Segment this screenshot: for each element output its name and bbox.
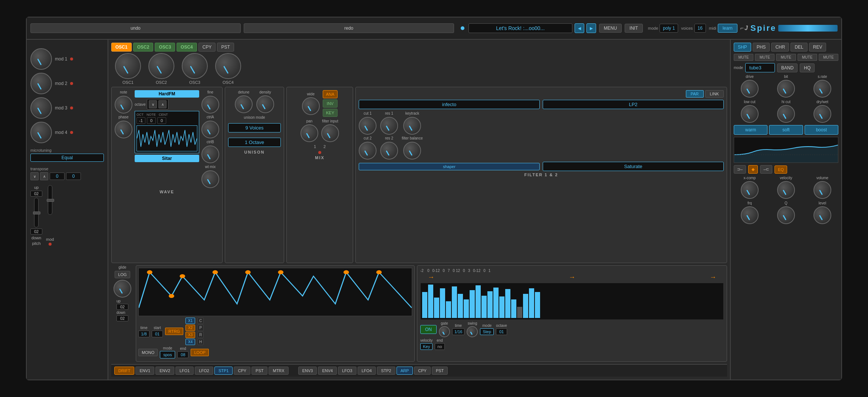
shp-tab[interactable]: SHP (734, 43, 751, 52)
volume-knob[interactable] (813, 181, 831, 199)
q-knob[interactable] (777, 206, 795, 224)
osc-copy-button[interactable]: CPY (198, 43, 216, 52)
spos-display[interactable]: spos (160, 351, 175, 358)
left-paste-tab[interactable]: PST (251, 367, 267, 375)
filter2-display[interactable]: LP2 (543, 100, 724, 109)
unison-octave-display[interactable]: 1 Octave (228, 138, 281, 147)
ana-button[interactable]: ANA (323, 90, 338, 98)
eq-high-btn[interactable]: –⊂ (760, 165, 772, 174)
note-knob[interactable] (115, 96, 132, 114)
chr-tab[interactable]: CHR (771, 43, 789, 52)
cut1-knob[interactable] (359, 117, 377, 135)
detune-knob[interactable] (235, 95, 253, 113)
r-button[interactable]: R (197, 332, 204, 338)
lfo3-tab[interactable]: LFO3 (338, 367, 356, 375)
shaper-button[interactable]: shaper (359, 163, 540, 170)
arp-on-button[interactable]: ON (420, 325, 437, 334)
arp-swing-knob[interactable] (467, 326, 478, 337)
velocity-knob[interactable] (777, 181, 795, 199)
warm-button[interactable]: warm (734, 125, 767, 135)
shp-mute-button[interactable]: MUTE (734, 54, 753, 61)
mono-button[interactable]: MONO (138, 349, 158, 356)
eq-low-btn[interactable]: ⊃– (734, 165, 746, 174)
rev-mute-button[interactable]: MUTE (819, 54, 838, 61)
rtrg-button[interactable]: RTRG (165, 328, 183, 335)
eq-mid-btn[interactable]: ◆ (748, 165, 758, 174)
hi-cut-knob[interactable] (777, 105, 795, 123)
right-paste-tab[interactable]: PST (432, 367, 448, 375)
glide-knob[interactable] (114, 280, 131, 298)
filter-input-knob[interactable] (321, 124, 339, 142)
osc1-main-knob[interactable] (115, 53, 141, 79)
cut2-knob[interactable] (359, 142, 377, 160)
microtuning-display[interactable]: Equal (30, 154, 104, 162)
transpose-down-button[interactable]: ∨ (30, 172, 39, 180)
osc2-tab[interactable]: OSC2 (133, 43, 154, 52)
octave-down-btn[interactable]: ∨ (149, 100, 157, 108)
mod2-knob[interactable] (30, 73, 52, 94)
del-mute-button[interactable]: MUTE (798, 54, 817, 61)
xcomp-knob[interactable] (741, 181, 759, 199)
res1-knob[interactable] (380, 117, 398, 135)
dry-wet-knob[interactable] (813, 105, 831, 123)
arp-gate-knob[interactable] (439, 326, 450, 337)
arp-key-display[interactable]: Key (420, 343, 433, 350)
drive-knob[interactable] (741, 80, 759, 98)
mod1-knob[interactable] (30, 48, 52, 70)
init-button[interactable]: INIT (625, 24, 643, 33)
phase-knob[interactable] (115, 121, 132, 138)
mtrx-tab[interactable]: MTRX (269, 367, 288, 375)
menu-button[interactable]: MENU (599, 24, 622, 33)
osc2-main-knob[interactable] (148, 53, 174, 79)
osc4-main-knob[interactable] (215, 53, 241, 79)
mod-slider[interactable] (48, 185, 52, 215)
lfo1-tab[interactable]: LFO1 (175, 367, 194, 375)
ctrlB-knob[interactable] (201, 145, 219, 163)
redo-button[interactable]: redo (244, 23, 454, 33)
pitch-slider[interactable] (34, 198, 39, 227)
osc-paste-button[interactable]: PST (217, 43, 234, 52)
lfo2-tab[interactable]: LFO2 (195, 367, 213, 375)
phs-tab[interactable]: PHS (753, 43, 770, 52)
prev-preset-button[interactable]: ◀ (575, 23, 584, 33)
next-preset-button[interactable]: ▶ (586, 23, 596, 33)
x3-button[interactable]: X3 (185, 332, 195, 338)
transpose-up-button[interactable]: ∧ (40, 172, 48, 180)
drift-tab[interactable]: DRIFT (114, 367, 134, 375)
density-knob[interactable] (256, 95, 274, 113)
loop-button[interactable]: LOOP (191, 349, 209, 356)
wide-knob[interactable] (302, 97, 320, 115)
log-button[interactable]: LOG (115, 271, 130, 278)
env1-tab[interactable]: ENV1 (135, 367, 154, 375)
h-button[interactable]: H (197, 339, 204, 345)
osc3-main-knob[interactable] (182, 53, 208, 79)
fine-knob[interactable] (201, 96, 219, 114)
par-button[interactable]: PAR (686, 90, 704, 98)
mod4-knob[interactable] (30, 122, 52, 143)
low-cut-knob[interactable] (741, 105, 759, 123)
osc4-tab[interactable]: OSC4 (177, 43, 197, 52)
c-button[interactable]: C (197, 318, 204, 324)
level-knob[interactable] (813, 206, 831, 224)
x1-button[interactable]: X1 (185, 318, 195, 324)
arp-tab[interactable]: ARP (397, 367, 413, 375)
env4-tab[interactable]: ENV4 (318, 367, 337, 375)
x4-button[interactable]: X4 (185, 339, 195, 345)
pan-knob[interactable] (300, 124, 318, 142)
stp1-tab[interactable]: STP1 (214, 367, 233, 375)
filter1-display[interactable]: infecto (359, 100, 540, 109)
stp2-tab[interactable]: STP2 (377, 367, 395, 375)
fx-mode-display[interactable]: tube3 (745, 63, 775, 72)
phs-mute-button[interactable]: MUTE (755, 54, 775, 61)
eq-button[interactable]: EQ (775, 165, 787, 174)
octave-up-btn[interactable]: ∧ (158, 100, 167, 108)
mod3-knob[interactable] (30, 97, 52, 119)
inv-button[interactable]: INV (323, 99, 338, 108)
keytrack-knob[interactable] (403, 117, 421, 135)
p-button[interactable]: P (197, 325, 204, 331)
osc1-tab[interactable]: OSC1 (111, 43, 132, 52)
left-copy-tab[interactable]: CPY (234, 367, 250, 375)
srate-knob[interactable] (813, 80, 831, 98)
wave-name-display[interactable]: Sitar (135, 155, 199, 162)
midi-learn-button[interactable]: learn (718, 24, 737, 33)
